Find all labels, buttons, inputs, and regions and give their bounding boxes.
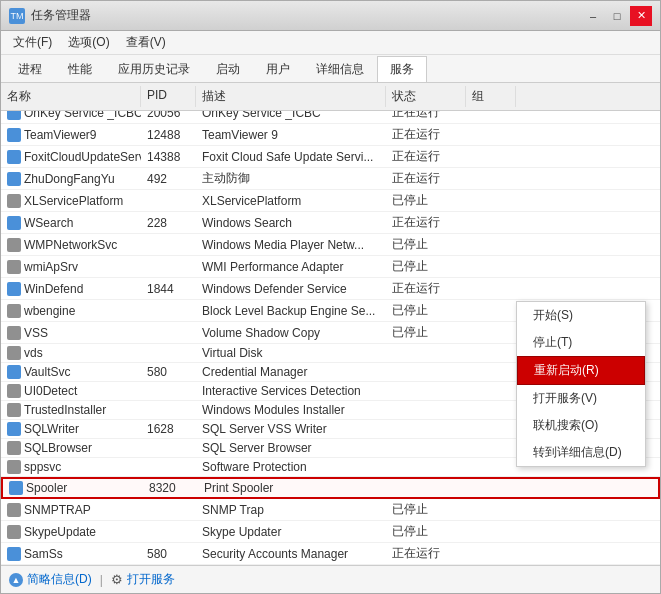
- service-name: Spooler: [3, 479, 143, 497]
- service-desc: SQL Server Browser: [196, 439, 386, 457]
- tab-users[interactable]: 用户: [253, 56, 303, 82]
- table-row[interactable]: TeamViewer912488TeamViewer 9正在运行: [1, 124, 660, 146]
- service-icon: [7, 441, 21, 455]
- service-status: 已停止: [386, 190, 466, 211]
- service-desc: Volume Shadow Copy: [196, 322, 386, 343]
- service-desc: SNMP Trap: [196, 499, 386, 520]
- menu-bar: 文件(F) 选项(O) 查看(V): [1, 31, 660, 55]
- service-pid: 1628: [141, 420, 196, 438]
- service-status: 已停止: [386, 234, 466, 255]
- service-status: [386, 420, 466, 438]
- service-desc: Windows Search: [196, 212, 386, 233]
- minimize-button[interactable]: –: [582, 6, 604, 26]
- tab-startup[interactable]: 启动: [203, 56, 253, 82]
- table-row[interactable]: SNMPTRAPSNMP Trap已停止: [1, 499, 660, 521]
- col-header-name[interactable]: 名称: [1, 86, 141, 107]
- maximize-button[interactable]: □: [606, 6, 628, 26]
- service-group: [466, 499, 516, 520]
- service-group: [466, 278, 516, 299]
- service-name: VaultSvc: [1, 363, 141, 381]
- service-group: [466, 401, 516, 419]
- service-group: [466, 420, 516, 438]
- service-name: SkypeUpdate: [1, 521, 141, 542]
- service-name: WMPNetworkSvc: [1, 234, 141, 255]
- service-group: [466, 190, 516, 211]
- table-row[interactable]: FoxitCloudUpdateService14388Foxit Cloud …: [1, 146, 660, 168]
- tab-app-history[interactable]: 应用历史记录: [105, 56, 203, 82]
- service-group: [466, 300, 516, 321]
- service-icon: [7, 365, 21, 379]
- service-pid: 20056: [141, 111, 196, 123]
- tab-services[interactable]: 服务: [377, 56, 427, 82]
- service-name: WinDefend: [1, 278, 141, 299]
- col-header-group[interactable]: 组: [466, 86, 516, 107]
- menu-file[interactable]: 文件(F): [5, 32, 60, 53]
- table-row[interactable]: OnKey Service _ICBC20056OnKey Service _I…: [1, 111, 660, 124]
- service-group: [466, 363, 516, 381]
- service-icon: [7, 111, 21, 120]
- table-row[interactable]: ZhuDongFangYu492主动防御正在运行: [1, 168, 660, 190]
- service-pid: 8320: [143, 479, 198, 497]
- col-header-scroll: [516, 86, 530, 107]
- close-button[interactable]: ✕: [630, 6, 652, 26]
- service-pid: [141, 458, 196, 476]
- context-menu-item[interactable]: 打开服务(V): [517, 385, 645, 412]
- service-group: [466, 322, 516, 343]
- service-desc: Foxit Cloud Safe Update Servi...: [196, 146, 386, 167]
- tab-process[interactable]: 进程: [5, 56, 55, 82]
- service-desc: Security Accounts Manager: [196, 543, 386, 564]
- service-group: [466, 212, 516, 233]
- service-status: 正在运行: [386, 168, 466, 189]
- service-desc: Windows Defender Service: [196, 278, 386, 299]
- context-menu-item[interactable]: 联机搜索(O): [517, 412, 645, 439]
- service-icon: [7, 260, 21, 274]
- service-pid: 14388: [141, 146, 196, 167]
- col-header-desc[interactable]: 描述: [196, 86, 386, 107]
- service-group: [466, 124, 516, 145]
- content-area: 名称 PID 描述 状态 组 OnKey Service _ICBC20056O…: [1, 83, 660, 565]
- service-pid: 12488: [141, 124, 196, 145]
- table-row[interactable]: SkypeUpdateSkype Updater已停止: [1, 521, 660, 543]
- table-row[interactable]: WSearch228Windows Search正在运行: [1, 212, 660, 234]
- col-header-status[interactable]: 状态: [386, 86, 466, 107]
- service-status: 已停止: [386, 499, 466, 520]
- table-row[interactable]: XLServicePlatformXLServicePlatform已停止: [1, 190, 660, 212]
- info-icon: ▲: [9, 573, 23, 587]
- table-row[interactable]: WMPNetworkSvcWindows Media Player Netw..…: [1, 234, 660, 256]
- service-desc: WMI Performance Adapter: [196, 256, 386, 277]
- table-row[interactable]: Spooler8320Print Spooler: [1, 477, 660, 499]
- service-icon: [9, 481, 23, 495]
- service-pid: [141, 344, 196, 362]
- service-pid: [141, 439, 196, 457]
- open-services-button[interactable]: ⚙ 打开服务: [111, 571, 175, 588]
- table-row[interactable]: SamSs580Security Accounts Manager正在运行: [1, 543, 660, 565]
- gear-icon: ⚙: [111, 572, 123, 587]
- service-icon: [7, 547, 21, 561]
- tab-details[interactable]: 详细信息: [303, 56, 377, 82]
- service-group: [466, 146, 516, 167]
- service-group: [466, 543, 516, 564]
- context-menu-item[interactable]: 转到详细信息(D): [517, 439, 645, 466]
- service-status: 正在运行: [386, 111, 466, 123]
- col-header-pid[interactable]: PID: [141, 86, 196, 107]
- service-icon: [7, 384, 21, 398]
- tab-performance[interactable]: 性能: [55, 56, 105, 82]
- title-bar-left: TM 任务管理器: [9, 7, 91, 24]
- brief-info-button[interactable]: ▲ 简略信息(D): [9, 571, 92, 588]
- service-icon: [7, 403, 21, 417]
- menu-view[interactable]: 查看(V): [118, 32, 174, 53]
- menu-options[interactable]: 选项(O): [60, 32, 117, 53]
- service-pid: [141, 234, 196, 255]
- service-name: vds: [1, 344, 141, 362]
- context-menu-item[interactable]: 重新启动(R): [517, 356, 645, 385]
- service-icon: [7, 150, 21, 164]
- table-row[interactable]: WinDefend1844Windows Defender Service正在运…: [1, 278, 660, 300]
- service-status: 正在运行: [386, 278, 466, 299]
- context-menu-item[interactable]: 开始(S): [517, 302, 645, 329]
- service-pid: [141, 382, 196, 400]
- service-name: TeamViewer9: [1, 124, 141, 145]
- service-group: [468, 479, 518, 497]
- context-menu-item[interactable]: 停止(T): [517, 329, 645, 356]
- service-icon: [7, 422, 21, 436]
- table-row[interactable]: wmiApSrvWMI Performance Adapter已停止: [1, 256, 660, 278]
